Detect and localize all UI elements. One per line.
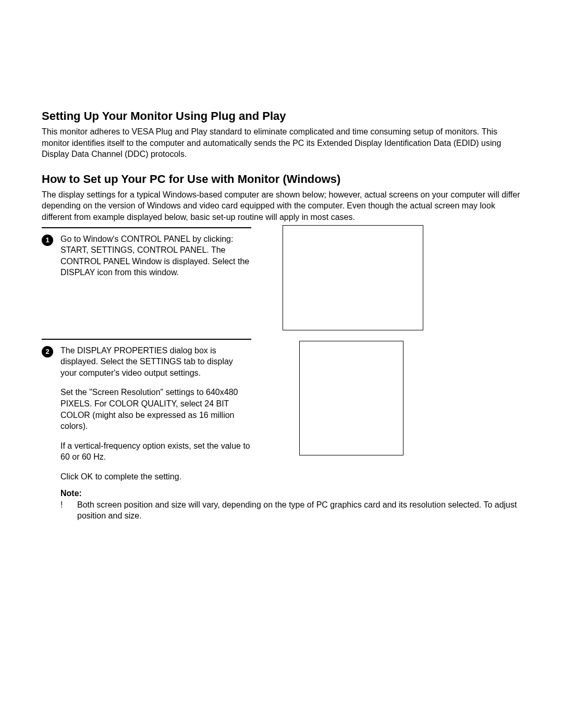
note-text: Both screen position and size will vary,…	[77, 499, 521, 522]
step2-para3: If a vertical-frequency option exists, s…	[60, 440, 251, 463]
step1: 1 Go to Window's CONTROL PANEL by clicki…	[42, 233, 251, 278]
step2-number-badge: 2	[42, 346, 53, 357]
step2-para2: Set the "Screen Resolution" settings to …	[60, 387, 251, 431]
section2-body: The display settings for a typical Windo…	[42, 189, 521, 223]
note-label: Note:	[60, 489, 521, 498]
step2-row: 2 The DISPLAY PROPERTIES dialog box is d…	[42, 337, 521, 483]
divider-1	[42, 227, 251, 228]
step1-text: Go to Window's CONTROL PANEL by clicking…	[60, 233, 251, 278]
screenshot-placeholder-2	[299, 341, 403, 455]
section2-heading: How to Set up Your PC for Use with Monit…	[42, 172, 521, 186]
step2-para1: The DISPLAY PROPERTIES dialog box is dis…	[60, 345, 251, 379]
screenshot-placeholder-1	[283, 225, 423, 330]
note-row: ! Both screen position and size will var…	[60, 499, 521, 522]
step2-para4: Click OK to complete the setting.	[60, 471, 251, 483]
note-block: Note: ! Both screen position and size wi…	[60, 489, 521, 522]
section1-body: This monitor adheres to VESA Plug and Pl…	[42, 126, 521, 160]
section1-heading: Setting Up Your Monitor Using Plug and P…	[42, 109, 521, 123]
note-bullet: !	[60, 499, 66, 511]
step2-text: The DISPLAY PROPERTIES dialog box is dis…	[60, 345, 251, 483]
step1-number-badge: 1	[42, 235, 53, 246]
step2: 2 The DISPLAY PROPERTIES dialog box is d…	[42, 345, 251, 483]
divider-2	[42, 339, 251, 340]
step1-row: 1 Go to Window's CONTROL PANEL by clicki…	[42, 225, 521, 330]
